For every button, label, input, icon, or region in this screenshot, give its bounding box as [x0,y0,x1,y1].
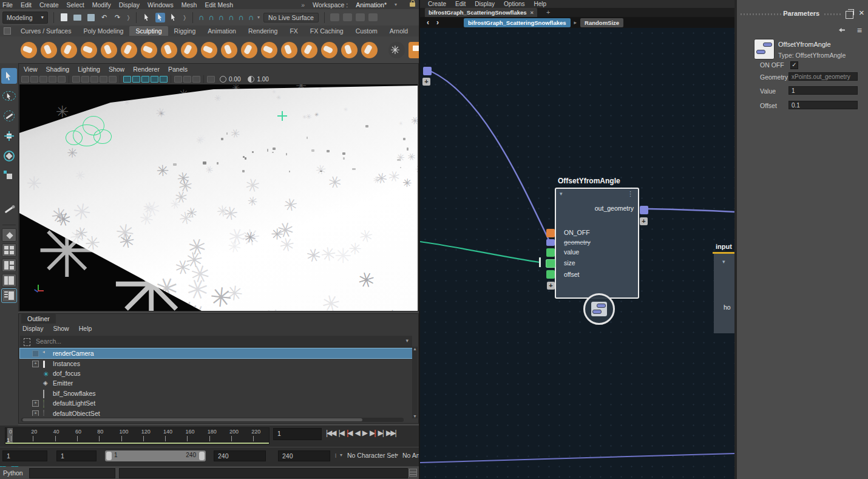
vp-menu-panels[interactable]: Panels [168,66,188,73]
smear-tool-icon[interactable] [301,42,317,58]
use-lights-icon[interactable] [151,76,158,83]
shelf-tab-animation[interactable]: Animation [202,26,242,36]
scale-tool[interactable] [1,168,17,184]
xray-icon[interactable] [183,76,191,83]
bulge-tool-icon[interactable] [321,42,337,58]
foamy-tool-icon[interactable] [141,42,157,58]
freeze-tool-icon[interactable] [361,42,378,58]
port-offset[interactable] [546,270,555,279]
command-input[interactable] [29,468,115,478]
character-set-dropdown-icon[interactable]: ▾ [340,452,342,458]
nav-back-icon[interactable]: ‹ [425,18,431,27]
shadows-icon[interactable] [160,76,168,83]
default-material-icon[interactable] [174,76,182,83]
outliner-item-dof-focus[interactable]: ✳ dof_focus [20,369,412,378]
animation-start-field[interactable]: 1 [2,450,47,461]
imprint-tool-icon[interactable] [201,42,217,58]
parameters-titlebar[interactable]: Parameters × [741,8,868,19]
workspace-selector[interactable]: Animation* [356,1,387,8]
vp-menu-renderer[interactable]: Renderer [133,66,160,73]
bifrost-menu-edit[interactable]: Edit [455,1,466,7]
snap-projected-center-icon[interactable]: ∩ [228,13,234,22]
step-back-key-button[interactable]: |◀ [346,427,353,438]
shelf-menu-icon[interactable] [4,27,11,35]
bifrost-graph-tab[interactable]: bifrostGraph_ScatteringSnowflakes × [425,8,537,17]
hierarchy-select-icon[interactable] [142,13,152,22]
menu-select[interactable]: Select [67,1,84,8]
shelf-tab-sculpting[interactable]: Sculpting [129,26,168,36]
outliner-item-defaultObjectSet[interactable]: + defaultObjectSet [20,409,412,416]
fill-tool-icon[interactable] [261,42,277,58]
four-pane-layout-button[interactable] [2,243,16,257]
node-kebab-icon[interactable]: ⋮ [627,190,634,198]
wireframe-icon[interactable] [123,76,131,83]
nav-forward-icon[interactable]: › [435,18,441,27]
range-start-handle[interactable] [106,452,112,460]
construction-history-icon[interactable] [330,13,339,21]
make-live-icon[interactable]: ∩ [248,13,254,22]
pane-layout-b-button[interactable] [2,274,16,287]
snap-grid-icon[interactable]: ∩ [198,13,204,22]
shelf-tab-fx-caching[interactable]: FX Caching [304,26,350,36]
vp-menu-shading[interactable]: Shading [46,66,70,73]
outliner-menu-show[interactable]: Show [53,325,69,332]
bifrost-menu-create[interactable]: Create [428,1,446,7]
character-set-selector[interactable]: No Character Set [347,452,396,459]
pane-layout-a-button[interactable] [2,259,16,272]
scrape-tool-icon[interactable] [241,42,257,58]
current-frame-field[interactable]: 1 [273,428,322,440]
lasso-tool[interactable] [1,88,17,104]
single-pane-layout-button[interactable] [2,228,16,242]
flatten-tool-icon[interactable] [121,42,137,58]
pin-icon[interactable] [839,28,845,32]
play-forwards-button[interactable]: ▶ [362,427,367,438]
bifrost-menu-options[interactable]: Options [504,1,524,7]
knife-tool-icon[interactable] [281,42,297,58]
selection-filter-icon[interactable] [24,338,30,346]
port-out-geometry[interactable] [640,206,648,214]
vp-menu-view[interactable]: View [24,66,38,73]
bifrost-menu-display[interactable]: Display [475,1,495,7]
offset-field[interactable]: 0.1 [788,101,858,109]
menu-display[interactable]: Display [119,1,140,8]
plugin-shading-icon[interactable] [207,76,215,83]
component-select-icon[interactable] [169,13,178,22]
breadcrumb-root[interactable]: bifrostGraph_ScatteringSnowflakes [464,18,571,27]
geometry-field[interactable]: xPoints.out_geometry [788,72,858,81]
menubar-overflow-icon[interactable]: » [301,1,305,8]
shelf-tab-poly-modeling[interactable]: Poly Modeling [77,26,129,36]
expand-icon[interactable]: + [32,361,39,367]
move-tool[interactable] [1,128,17,144]
outliner-item-instances[interactable]: + Instances [20,359,412,369]
port-on-off[interactable] [546,229,555,237]
workspace-dropdown-icon[interactable]: ▾ [395,2,397,7]
animation-end-field[interactable]: 240 [278,450,330,461]
smooth-tool-icon[interactable] [41,42,57,58]
value-field[interactable]: 1 [788,86,858,95]
breadcrumb-current[interactable]: RandomSize [580,18,623,27]
shelf-tab-curves-surfaces[interactable]: Curves / Surfaces [15,26,77,36]
relax-tool-icon[interactable] [61,42,77,58]
spray-tool-icon[interactable] [161,42,177,58]
shelf-tab-rigging[interactable]: Rigging [168,26,202,36]
close-panel-icon[interactable]: × [858,9,866,17]
vp-menu-show[interactable]: Show [109,66,124,73]
film-gate-icon[interactable] [81,76,89,83]
snowflake-tool-icon[interactable] [388,42,405,58]
drag-handle[interactable] [824,13,841,15]
shelf-tab-custom[interactable]: Custom [350,26,384,36]
gamma-icon[interactable] [248,76,254,83]
gate-mask-icon[interactable] [100,76,107,83]
step-forward-frame-button[interactable]: ▶| [378,427,384,438]
select-tool[interactable] [1,68,17,84]
compound-node-badge[interactable] [583,293,615,325]
shelf-tab-fx[interactable]: FX [283,26,303,36]
lock-camera-icon[interactable] [30,76,38,83]
go-to-start-button[interactable]: |◀◀ [325,427,336,438]
node-offsetyfromangle[interactable]: ▾ ⋮ out_geometry ON_OFF geometry value s… [555,188,639,299]
go-to-end-button[interactable]: ▶▶| [385,427,396,438]
outliner-menu-display[interactable]: Display [22,325,43,332]
image-plane-icon[interactable] [58,76,66,83]
expand-icon[interactable]: + [32,400,39,407]
new-scene-icon[interactable] [59,13,69,22]
